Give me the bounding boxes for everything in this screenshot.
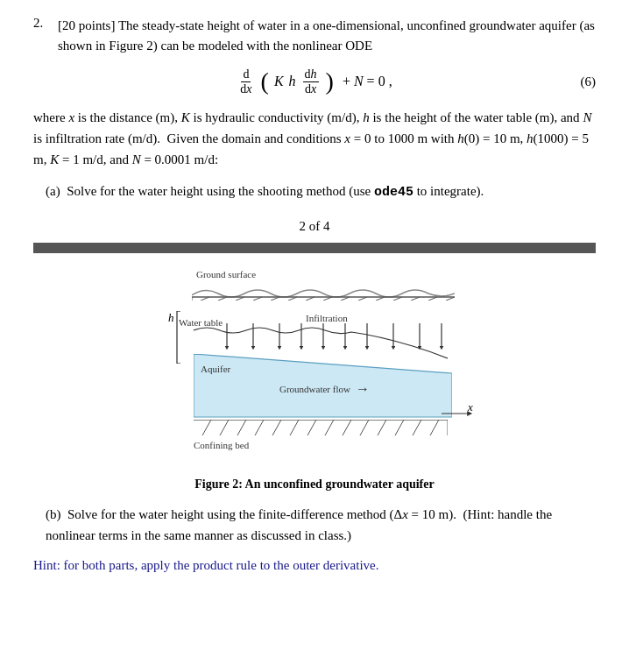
- part-b-text: Solve for the water height using the fin…: [46, 507, 552, 542]
- part-a-text: Solve for the water height using the sho…: [67, 184, 484, 198]
- right-paren: ): [326, 69, 334, 94]
- figure-wrap: Ground surface: [144, 269, 485, 470]
- svg-line-38: [290, 420, 299, 435]
- figure-caption: Figure 2: An unconfined groundwater aqui…: [194, 477, 434, 492]
- svg-line-41: [343, 420, 351, 435]
- flow-arrow-icon: →: [356, 381, 370, 397]
- svg-line-34: [220, 420, 229, 435]
- left-paren: (: [261, 69, 269, 94]
- ground-surface-svg: [192, 281, 455, 301]
- problem-number: 2.: [33, 16, 51, 57]
- svg-line-36: [255, 420, 264, 435]
- plus-N: + N = 0 ,: [339, 74, 392, 89]
- svg-line-45: [413, 420, 421, 435]
- svg-line-46: [430, 420, 439, 435]
- figure-container: Ground surface: [33, 269, 596, 492]
- label-ground-surface: Ground surface: [196, 269, 256, 279]
- part-a-label: (a): [46, 184, 60, 198]
- label-confining-bed: Confining bed: [194, 440, 249, 450]
- equation: d dx ( K h dh dx ) + N = 0 ,: [237, 67, 392, 96]
- part-a: (a) Solve for the water height using the…: [46, 180, 596, 203]
- frac-dh-dx: dh dx: [303, 67, 319, 96]
- svg-line-33: [202, 420, 211, 435]
- problem-intro: The steady-state height of water in a on…: [58, 18, 595, 53]
- svg-line-39: [307, 420, 316, 435]
- figure-caption-text: Figure 2: An unconfined groundwater aqui…: [194, 477, 434, 491]
- h-symbol: h: [289, 74, 296, 89]
- body-text: where x is the distance (m), K is hydrau…: [33, 107, 596, 170]
- label-groundwater-flow: Groundwater flow →: [279, 381, 370, 397]
- svg-line-44: [395, 420, 404, 435]
- svg-line-40: [325, 420, 334, 435]
- equation-container: d dx ( K h dh dx ) + N = 0 , (6): [33, 67, 596, 96]
- svg-line-35: [237, 420, 246, 435]
- label-infiltration: Infiltration: [306, 313, 348, 323]
- hatch-svg: [194, 420, 448, 435]
- part-b: (b) Solve for the water height using the…: [46, 504, 596, 546]
- svg-line-42: [360, 420, 369, 435]
- label-x: x: [468, 400, 473, 414]
- svg-line-43: [378, 420, 386, 435]
- svg-line-37: [272, 420, 281, 435]
- part-b-label: (b): [46, 507, 61, 521]
- hint-text: Hint: for both parts, apply the product …: [33, 555, 596, 576]
- page-number: 2 of 4: [33, 219, 596, 234]
- equation-number: (6): [581, 74, 597, 89]
- section-divider: [33, 243, 596, 253]
- infiltration-arrows-svg: [214, 323, 459, 354]
- K-symbol: K: [274, 74, 284, 89]
- label-aquifer: Aquifer: [201, 364, 230, 374]
- problem-points: [20 points]: [58, 18, 115, 32]
- frac-d-dx: d dx: [238, 67, 253, 96]
